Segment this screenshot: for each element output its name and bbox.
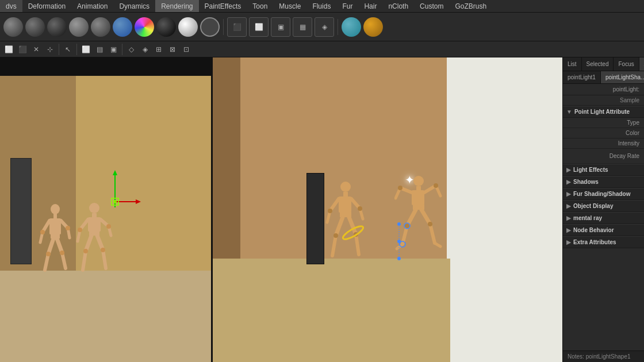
- tool-sphere-dark[interactable]: [156, 17, 176, 37]
- menu-toon[interactable]: Toon: [247, 0, 273, 12]
- svg-point-76: [397, 222, 401, 226]
- tool-render1[interactable]: ⬛: [227, 17, 247, 37]
- tool-sphere-outline[interactable]: [200, 17, 220, 37]
- menu-animation[interactable]: Animation: [71, 0, 113, 12]
- view-icon3[interactable]: ▣: [107, 43, 120, 56]
- svg-line-26: [97, 236, 103, 250]
- tool-sphere-gray3[interactable]: [47, 17, 67, 37]
- svg-line-9: [45, 254, 48, 270]
- tool-render4[interactable]: ▦: [293, 17, 312, 37]
- section-light-effects[interactable]: ▶ Light Effects: [563, 164, 644, 176]
- snap-icon3[interactable]: ⊞: [152, 43, 165, 56]
- svg-point-55: [413, 176, 424, 186]
- section-node-behavior[interactable]: ▶ Node Behavior: [563, 224, 644, 236]
- tab-list[interactable]: List: [563, 57, 582, 71]
- svg-rect-40: [339, 197, 351, 213]
- snap-icon[interactable]: ◇: [125, 43, 137, 56]
- main-area: ✦: [0, 57, 644, 362]
- svg-point-28: [78, 228, 82, 232]
- node-tab-2[interactable]: pointLightSha...: [601, 71, 644, 83]
- svg-point-50: [328, 209, 332, 213]
- gizmo-svg: [89, 167, 141, 213]
- tool-sphere-blue[interactable]: [113, 17, 132, 37]
- svg-rect-18: [88, 217, 101, 232]
- svg-line-65: [421, 210, 430, 224]
- section-object-display[interactable]: ▶ Object Display: [563, 200, 644, 212]
- svg-line-8: [48, 238, 53, 254]
- scene-bg-right: ✦: [212, 57, 562, 362]
- section-fur-shading[interactable]: ▶ Fur Shading/Shadow: [563, 188, 644, 200]
- viewport-container: ✦: [0, 57, 562, 362]
- tab-attri[interactable]: Attri: [639, 57, 644, 71]
- section-extra-attrs[interactable]: ▶ Extra Attributes: [563, 236, 644, 248]
- svg-point-51: [358, 206, 362, 211]
- split-icon[interactable]: ⊡: [180, 43, 193, 56]
- snap-icon2[interactable]: ◈: [139, 43, 151, 56]
- menu-deformation[interactable]: Deformation: [22, 0, 71, 12]
- move-icon[interactable]: ⊹: [44, 43, 56, 56]
- view-icon2[interactable]: ▤: [93, 43, 106, 56]
- svg-line-27: [103, 250, 106, 268]
- node-tab-1[interactable]: pointLight1: [563, 71, 601, 83]
- tab-selected[interactable]: Selected: [582, 57, 614, 71]
- menu-custom[interactable]: Custom: [414, 0, 449, 12]
- menu-dynamics[interactable]: Dynamics: [113, 0, 155, 12]
- section-point-light[interactable]: ▼ Point Light Attribute: [563, 106, 644, 118]
- tool-sphere-gray4[interactable]: [69, 17, 89, 37]
- tool-render2[interactable]: ⬜: [249, 17, 269, 37]
- tool-sphere-teal[interactable]: [342, 17, 361, 37]
- tool-sphere-white[interactable]: [178, 17, 198, 37]
- viewport-right[interactable]: ✦: [212, 57, 562, 362]
- menu-fluids[interactable]: Fluids: [306, 0, 336, 12]
- menu-rendering[interactable]: Rendering: [155, 0, 198, 12]
- tool-sphere-gray1[interactable]: [3, 17, 23, 37]
- right-floor: [212, 259, 450, 362]
- door-right: [306, 173, 324, 264]
- viewport-left[interactable]: [0, 57, 212, 362]
- menu-ncloth[interactable]: nCloth: [382, 0, 414, 12]
- svg-point-78: [397, 257, 401, 260]
- menu-hair[interactable]: Hair: [358, 0, 382, 12]
- menu-gozbrush[interactable]: GoZBrush: [449, 0, 492, 12]
- lasso-icon[interactable]: ⬛: [16, 43, 29, 56]
- svg-line-48: [349, 217, 356, 234]
- mannequin-2: [74, 202, 114, 277]
- menu-muscle[interactable]: Muscle: [273, 0, 306, 12]
- svg-rect-2: [49, 218, 61, 234]
- select-tool-icon[interactable]: ⬜: [2, 43, 15, 56]
- menu-painteffects[interactable]: PaintEffects: [199, 0, 247, 12]
- attr-color-label: Color: [626, 130, 639, 136]
- svg-point-12: [40, 230, 45, 234]
- mannequin-1: [38, 202, 72, 277]
- svg-point-29: [106, 224, 111, 229]
- attr-type-row: Type: [563, 118, 644, 128]
- tool-sphere-multi[interactable]: [135, 17, 154, 37]
- toolbar-divider5: [122, 44, 122, 55]
- svg-point-52: [334, 233, 338, 238]
- section-shadows[interactable]: ▶ Shadows: [563, 176, 644, 188]
- svg-point-69: [398, 186, 402, 190]
- arrow-icon-light-effects: ▶: [566, 167, 571, 173]
- view-icon1[interactable]: ⬜: [79, 43, 92, 56]
- transform-gizmo[interactable]: [89, 167, 141, 213]
- cursor-icon[interactable]: ↖: [62, 43, 74, 56]
- arrow-icon-mental-ray: ▶: [566, 215, 571, 221]
- svg-line-46: [336, 217, 343, 236]
- menu-fur[interactable]: Fur: [336, 0, 358, 12]
- toolbar-divider3: [59, 44, 59, 55]
- snap-icon4[interactable]: ⊠: [166, 43, 179, 56]
- mannequin-svg-1: [38, 202, 72, 277]
- tool-sphere-gray2[interactable]: [25, 17, 45, 37]
- paint-icon[interactable]: ✕: [30, 43, 43, 56]
- tool-sphere-gold[interactable]: [363, 17, 383, 37]
- section-mental-ray[interactable]: ▶ mental ray: [563, 212, 644, 224]
- viewport-area[interactable]: ✦: [0, 57, 562, 362]
- svg-line-25: [83, 251, 86, 270]
- menu-dvs[interactable]: dvs: [0, 0, 22, 12]
- svg-marker-35: [136, 199, 141, 204]
- tool-render3[interactable]: ▣: [271, 17, 290, 37]
- tool-sphere-gray5[interactable]: [91, 17, 110, 37]
- tool-render5[interactable]: ◈: [315, 17, 334, 37]
- svg-point-38: [340, 182, 351, 192]
- tab-focus[interactable]: Focus: [614, 57, 639, 71]
